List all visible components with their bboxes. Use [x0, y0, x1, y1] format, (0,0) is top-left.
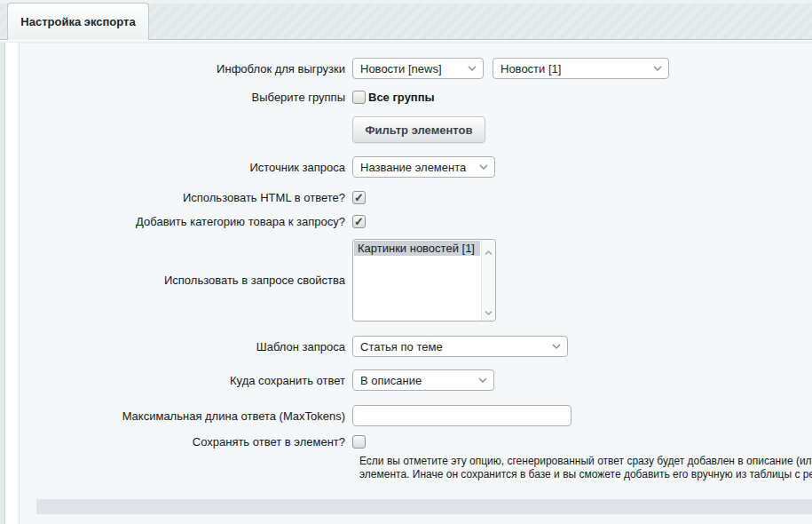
max-tokens-input[interactable]	[352, 405, 572, 426]
field-label: Использовать в запросе свойства	[20, 274, 352, 287]
properties-listbox[interactable]: Картинки новостей [1]	[352, 239, 496, 322]
chevron-down-icon	[468, 66, 477, 71]
listbox-scrollbar[interactable]	[481, 240, 495, 321]
use-html-checkbox[interactable]	[352, 191, 366, 204]
export-settings-form: Инфоблок для выгрузки Новости [news] Нов…	[20, 44, 812, 514]
infoblock-select[interactable]: Новости [1]	[493, 58, 669, 79]
row-add-category: Добавить категорию товара к запросу?	[20, 215, 812, 228]
help-text: Если вы отметите эту опцию, сгенерирован…	[359, 455, 812, 481]
chevron-down-icon	[479, 164, 488, 170]
field-label: Максимальная длина ответа (MaxTokens)	[20, 409, 352, 423]
field-label: Сохранять ответ в элемент?	[20, 435, 352, 449]
chevron-down-icon	[552, 344, 561, 349]
row-infoblock: Инфоблок для выгрузки Новости [news] Нов…	[20, 58, 812, 79]
save-target-select[interactable]: В описание	[352, 369, 494, 391]
tab-export-settings[interactable]: Настройка экспорта	[7, 3, 149, 40]
field-label: Источник запроса	[20, 161, 352, 174]
tab-label: Настройка экспорта	[20, 15, 135, 28]
row-template: Шаблон запроса Статья по теме	[20, 336, 812, 357]
row-filter-button: Фильтр элементов	[20, 116, 812, 143]
chevron-down-icon	[653, 66, 662, 71]
left-edge-strip	[0, 43, 5, 524]
bottom-bar	[36, 499, 812, 514]
help-line: элемента. Иначе он сохранится в базе и в…	[359, 468, 812, 481]
help-line: Если вы отметите эту опцию, сгенерирован…	[359, 455, 812, 468]
tab-bar: Настройка экспорта	[0, 0, 812, 40]
field-label: Куда сохранить ответ	[20, 374, 352, 387]
row-groups: Выберите группы Все группы	[20, 91, 812, 104]
field-label: Шаблон запроса	[20, 340, 352, 353]
field-label: Выберите группы	[20, 91, 352, 104]
row-query-source: Источник запроса Название элемента	[20, 156, 812, 178]
select-value: Новости [news]	[360, 62, 442, 75]
select-value: В описание	[360, 374, 422, 387]
select-value: Статья по теме	[360, 340, 443, 353]
row-use-html: Использовать HTML в ответе?	[20, 191, 812, 204]
scroll-down-icon[interactable]	[485, 304, 493, 317]
filter-elements-button[interactable]: Фильтр элементов	[352, 116, 485, 143]
infoblock-type-select[interactable]: Новости [news]	[352, 58, 484, 79]
row-save-target: Куда сохранить ответ В описание	[20, 369, 812, 391]
all-groups-checkbox[interactable]	[352, 91, 366, 104]
scroll-up-icon[interactable]	[485, 243, 493, 257]
chevron-down-icon	[478, 377, 487, 383]
add-category-checkbox[interactable]	[352, 215, 366, 228]
row-save-to-element: Сохранять ответ в элемент?	[20, 435, 812, 449]
save-to-element-checkbox[interactable]	[352, 435, 366, 449]
settings-panel: Инфоблок для выгрузки Новости [news] Нов…	[19, 43, 812, 524]
select-value: Новости [1]	[501, 62, 561, 75]
select-value: Название элемента	[360, 161, 466, 174]
field-label: Инфоблок для выгрузки	[20, 62, 352, 75]
query-source-select[interactable]: Название элемента	[352, 156, 495, 178]
row-max-tokens: Максимальная длина ответа (MaxTokens)	[20, 405, 812, 426]
query-template-select[interactable]: Статья по теме	[352, 336, 568, 357]
field-label: Добавить категорию товара к запросу?	[20, 215, 352, 228]
row-properties: Использовать в запросе свойства Картинки…	[20, 239, 812, 322]
field-label: Использовать HTML в ответе?	[20, 191, 352, 204]
all-groups-label: Все группы	[368, 91, 435, 104]
listbox-option-selected[interactable]: Картинки новостей [1]	[354, 241, 480, 256]
